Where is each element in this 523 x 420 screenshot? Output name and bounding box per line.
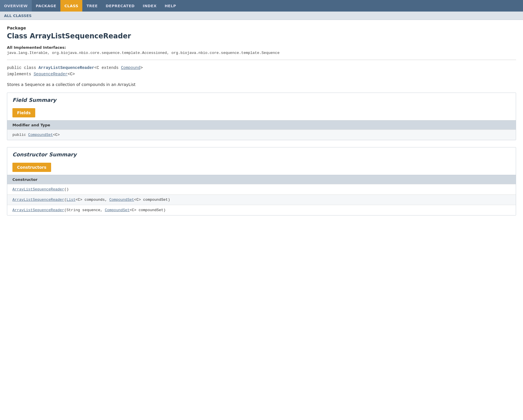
class-description: Stores a Sequence as a collection of com… xyxy=(7,82,516,87)
constructor-1-params: () xyxy=(64,187,69,192)
constructor-2-param1: <C> compounds, xyxy=(75,198,109,202)
constructor-2-link[interactable]: ArrayListSequenceReader xyxy=(12,198,64,202)
main-content: Package Class ArrayListSequenceReader Al… xyxy=(0,20,523,228)
nav-help[interactable]: HELP xyxy=(161,0,180,12)
compoundset-link-2[interactable]: CompoundSet xyxy=(109,198,134,202)
constructor-summary-heading: Constructor Summary xyxy=(12,151,511,158)
constructor-3-string-kw: String xyxy=(66,208,80,212)
decl-classname: ArrayListSequenceReader xyxy=(38,65,94,70)
constructor-summary-section: Constructor Summary Constructors Constru… xyxy=(7,147,516,215)
constructor-1-link[interactable]: ArrayListSequenceReader xyxy=(12,187,64,192)
constructor-2-param2: <C> compoundSet) xyxy=(134,198,170,202)
constructor-row-1: ArrayListSequenceReader() xyxy=(7,184,516,194)
nav-class[interactable]: CLASS xyxy=(60,0,83,12)
constructor-3-param2: <C> compoundSet) xyxy=(130,208,166,212)
fields-tab[interactable]: Fields xyxy=(12,108,35,117)
compoundset-link[interactable]: CompoundSet xyxy=(28,133,53,137)
interfaces-text: java.lang.Iterable, org.biojava.nbio.cor… xyxy=(7,51,516,55)
constructors-tab[interactable]: Constructors xyxy=(12,163,51,172)
constructor-summary-header: Constructor Summary xyxy=(7,147,516,160)
decl-compound-link[interactable]: Compound xyxy=(121,65,140,70)
nav-index[interactable]: INDEX xyxy=(139,0,161,12)
decl-kw1: public class xyxy=(7,65,38,70)
constructor-row-2: ArrayListSequenceReader(List<C> compound… xyxy=(7,194,516,205)
decl-sequencereader-link[interactable]: SequenceReader xyxy=(33,72,68,76)
class-declaration: public class ArrayListSequenceReader<C e… xyxy=(7,65,516,78)
nav-tree[interactable]: TREE xyxy=(82,0,102,12)
field-summary-header: Field Summary xyxy=(7,93,516,106)
field-modifier: public xyxy=(12,133,28,137)
constructor-3-param1: sequence, xyxy=(80,208,105,212)
field-table-header: Modifier and Type xyxy=(7,120,516,130)
constructor-table-header: Constructor xyxy=(7,175,516,184)
secondary-navigation: ALL CLASSES xyxy=(0,12,523,20)
decl-implements-kw: implements xyxy=(7,72,33,76)
all-classes-link[interactable]: ALL CLASSES xyxy=(4,14,31,18)
compoundset-link-3[interactable]: CompoundSet xyxy=(105,208,130,212)
constructor-3-link[interactable]: ArrayListSequenceReader xyxy=(12,208,64,212)
field-summary-section: Field Summary Fields Modifier and Type p… xyxy=(7,93,516,140)
constructor-row-3: ArrayListSequenceReader(String sequence,… xyxy=(7,205,516,215)
field-col-header: Modifier and Type xyxy=(12,123,50,127)
divider xyxy=(7,60,516,60)
decl-type-end: <C> xyxy=(68,72,75,76)
field-row-1: public CompoundSet<C> xyxy=(7,130,516,140)
nav-package[interactable]: PACKAGE xyxy=(32,0,60,12)
top-navigation: OVERVIEW PACKAGE CLASS TREE DEPRECATED I… xyxy=(0,0,523,12)
package-label: Package xyxy=(7,26,516,30)
field-type-end: <C> xyxy=(53,133,59,137)
nav-overview[interactable]: OVERVIEW xyxy=(0,0,32,12)
decl-end: > xyxy=(140,65,143,70)
class-title: Class ArrayListSequenceReader xyxy=(7,32,516,40)
nav-deprecated[interactable]: DEPRECATED xyxy=(102,0,139,12)
list-link[interactable]: List xyxy=(66,198,75,202)
field-summary-heading: Field Summary xyxy=(12,97,511,103)
decl-kw2: <C extends xyxy=(94,65,121,70)
constructor-col-header: Constructor xyxy=(12,177,38,182)
interfaces-label: All Implemented Interfaces: xyxy=(7,45,516,50)
